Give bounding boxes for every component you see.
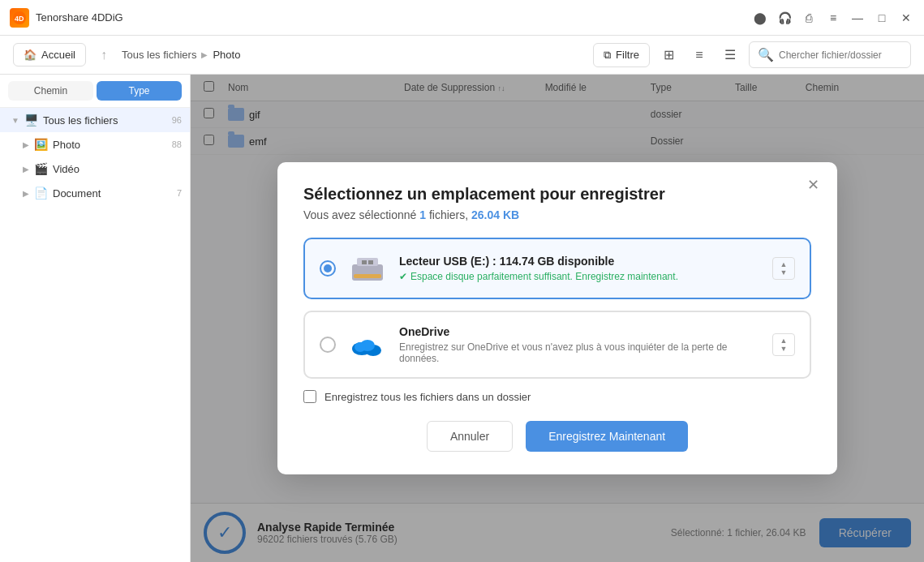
modal-overlay: ✕ Sélectionnez un emplacement pour enreg… (191, 75, 924, 562)
usb-expand-btn[interactable]: ▲ ▼ (772, 257, 795, 280)
nav-back-btn[interactable]: ↑ (92, 44, 115, 66)
svg-rect-5 (362, 260, 367, 264)
subtitle-count: 1 (419, 208, 426, 221)
main-layout: Chemin Type ▼ 🖥️ Tous les fichiers 96 ▶ … (0, 75, 924, 562)
svg-rect-6 (368, 260, 373, 264)
maximize-btn[interactable]: □ (874, 10, 890, 26)
search-box: 🔍 (749, 41, 911, 68)
subtitle-middle: fichiers, (429, 208, 468, 221)
save-folder-checkbox[interactable] (303, 390, 316, 403)
subtitle-prefix: Vous avez sélectionné (303, 208, 416, 221)
sidebar: Chemin Type ▼ 🖥️ Tous les fichiers 96 ▶ … (0, 75, 191, 562)
check-icon: ✔ (399, 271, 407, 282)
headset-btn[interactable]: 🎧 (776, 10, 793, 26)
minimize-btn[interactable]: — (849, 10, 866, 26)
save-now-button[interactable]: Enregistrez Maintenant (526, 421, 688, 452)
svg-rect-4 (354, 274, 381, 278)
nav-bar: 🏠 Accueil ↑ Tous les fichiers ▶ Photo ⧉ … (0, 36, 924, 75)
onedrive-option-title: OneDrive (399, 325, 761, 338)
breadcrumb-separator: ▶ (201, 50, 208, 59)
modal-title: Sélectionnez un emplacement pour enregis… (303, 185, 811, 204)
save-folder-label: Enregistrez tous les fichiers dans un do… (324, 391, 531, 403)
save-location-modal: ✕ Sélectionnez un emplacement pour enreg… (277, 162, 837, 474)
close-btn[interactable]: ✕ (898, 10, 914, 26)
onedrive-option-info: OneDrive Enregistrez sur OneDrive et vou… (399, 325, 761, 364)
video-icon: 🎬 (34, 162, 48, 175)
modal-subtitle: Vous avez sélectionné 1 fichiers, 26.04 … (303, 208, 811, 221)
svg-text:4D: 4D (15, 15, 24, 23)
share-btn[interactable]: ⎙ (801, 10, 817, 26)
title-bar: 4D Tenorshare 4DDiG ⬤ 🎧 ⎙ ≡ — □ ✕ (0, 0, 924, 36)
home-button[interactable]: 🏠 Accueil (13, 43, 86, 66)
chevron-right-icon: ▶ (23, 140, 29, 149)
filter-icon: ⧉ (604, 49, 611, 62)
sidebar-item-all-files[interactable]: ▼ 🖥️ Tous les fichiers 96 (0, 108, 190, 132)
usb-option-title: Lecteur USB (E:) : 114.74 GB disponible (399, 255, 761, 268)
app-logo: 4D (10, 8, 29, 28)
breadcrumb: Tous les fichiers ▶ Photo (122, 49, 240, 61)
sidebar-item-video[interactable]: ▶ 🎬 Vidéo (0, 157, 190, 181)
sidebar-item-badge: 88 (172, 139, 182, 149)
view-list-btn[interactable]: ≡ (687, 43, 711, 67)
home-label: Accueil (41, 49, 75, 61)
search-icon: 🔍 (758, 47, 774, 62)
sidebar-item-label: Vidéo (53, 163, 80, 175)
title-bar-left: 4D Tenorshare 4DDiG (10, 8, 123, 28)
onedrive-radio[interactable] (320, 337, 336, 353)
svg-point-10 (355, 342, 366, 352)
sidebar-item-badge: 7 (177, 188, 182, 198)
nav-right: ⧉ Filtre ⊞ ≡ ☰ 🔍 (593, 41, 911, 68)
chevron-down-icon: ▼ (11, 116, 19, 125)
sidebar-item-label: Tous les fichiers (43, 114, 118, 127)
usb-option-desc: ✔ Espace disque parfaitement suffisant. … (399, 271, 761, 282)
menu-btn[interactable]: ≡ (825, 10, 841, 26)
svg-rect-3 (357, 258, 378, 266)
filter-button[interactable]: ⧉ Filtre (593, 43, 650, 67)
cancel-button[interactable]: Annuler (427, 421, 513, 452)
content-area: Nom Date de Suppression ↑↓ Modifié le Ty… (191, 75, 924, 562)
usb-drive-icon (347, 252, 388, 285)
usb-option-info: Lecteur USB (E:) : 114.74 GB disponible … (399, 255, 761, 282)
breadcrumb-current: Photo (213, 49, 240, 61)
view-detail-btn[interactable]: ☰ (718, 43, 742, 67)
chevron-right-icon: ▶ (23, 189, 29, 198)
subtitle-size: 26.04 KB (471, 208, 519, 221)
sidebar-item-label: Document (53, 187, 101, 199)
nav-left: 🏠 Accueil ↑ Tous les fichiers ▶ Photo (13, 43, 240, 66)
filter-label: Filtre (616, 49, 639, 61)
photo-icon: 🖼️ (34, 138, 48, 151)
app-title: Tenorshare 4DDiG (36, 11, 123, 24)
sidebar-item-badge: 96 (172, 115, 182, 125)
onedrive-option-card[interactable]: OneDrive Enregistrez sur OneDrive et vou… (303, 311, 811, 379)
usb-option-card[interactable]: Lecteur USB (E:) : 114.74 GB disponible … (303, 238, 811, 299)
window-controls: ⬤ 🎧 ⎙ ≡ — □ ✕ (752, 10, 914, 26)
search-input[interactable] (779, 49, 902, 61)
home-icon: 🏠 (24, 49, 37, 61)
sidebar-tabs: Chemin Type (0, 75, 190, 108)
sidebar-item-photo[interactable]: ▶ 🖼️ Photo 88 (0, 132, 190, 157)
checkbox-row: Enregistrez tous les fichiers dans un do… (303, 390, 811, 403)
usb-radio[interactable] (320, 260, 336, 277)
sidebar-item-document[interactable]: ▶ 📄 Document 7 (0, 181, 190, 205)
all-files-icon: 🖥️ (24, 114, 38, 127)
tab-chemin[interactable]: Chemin (8, 81, 93, 101)
tab-type[interactable]: Type (97, 81, 182, 101)
modal-actions: Annuler Enregistrez Maintenant (303, 421, 811, 452)
modal-close-btn[interactable]: ✕ (802, 174, 824, 196)
onedrive-option-desc: Enregistrez sur OneDrive et vous n'avez … (399, 341, 761, 364)
camera-icon-btn[interactable]: ⬤ (752, 10, 768, 26)
sidebar-item-label: Photo (53, 139, 80, 151)
onedrive-icon (347, 328, 388, 361)
view-grid-btn[interactable]: ⊞ (656, 43, 681, 67)
onedrive-expand-btn[interactable]: ▲ ▼ (772, 333, 795, 356)
document-icon: 📄 (34, 187, 48, 199)
breadcrumb-all-files: Tous les fichiers (122, 49, 196, 61)
chevron-right-icon: ▶ (23, 165, 29, 174)
